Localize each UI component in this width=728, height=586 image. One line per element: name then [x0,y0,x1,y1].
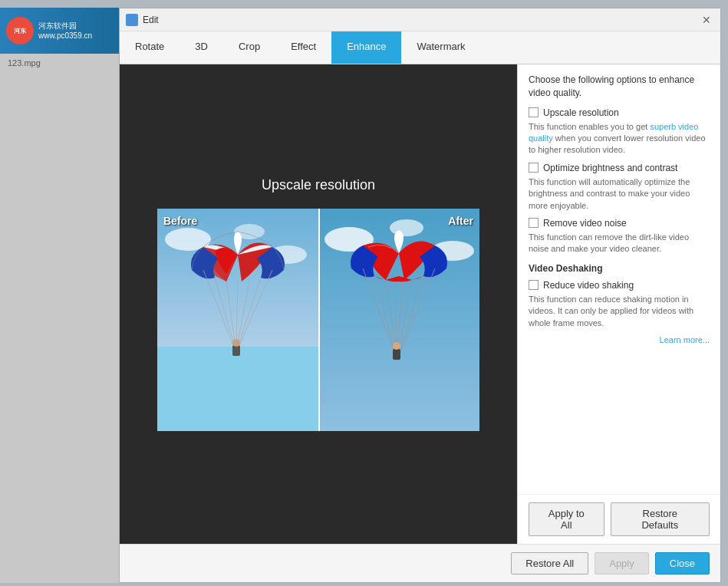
preview-after: After [318,209,479,431]
options-panel: Choose the following options to enhance … [517,64,720,544]
tab-rotate[interactable]: Rotate [120,31,180,64]
close-button[interactable]: Close [655,552,710,574]
svg-point-13 [232,339,240,347]
apply-to-all-button[interactable]: Apply to All [529,502,604,536]
main-dialog: Edit ✕ Rotate 3D Crop Effect Enhance Wat… [119,8,721,583]
after-image [318,209,479,431]
upscale-highlight: superb video quality [529,122,698,143]
tab-crop[interactable]: Crop [223,31,275,64]
brand-logo: 河东 [6,17,34,44]
before-image [157,209,318,431]
brand-url: www.pc0359.cn [38,31,92,41]
shaking-checkbox[interactable] [529,280,539,290]
brightness-label[interactable]: Optimize brightness and contrast [543,163,677,173]
noise-row: Remove video noise [529,218,710,229]
left-sidebar: 河东 河东软件园 www.pc0359.cn 123.mpg [0,8,119,583]
brightness-checkbox[interactable] [529,163,539,173]
title-bar-left: Edit [126,14,159,26]
noise-desc: This function can remove the dirt-like v… [529,232,710,255]
noise-label[interactable]: Remove video noise [543,218,627,229]
brand-text: 河东软件园 www.pc0359.cn [38,21,92,41]
shaking-desc: This function can reduce shaking motion … [529,294,710,329]
preview-title: Upscale resolution [262,177,375,193]
options-content: Choose the following options to enhance … [518,64,720,494]
deshaking-section-header: Video Deshaking [529,263,710,274]
svg-point-27 [393,342,400,350]
preview-images-container: Before [157,209,479,431]
before-label: Before [163,215,197,227]
bottom-bar: Restore All Apply Close [120,544,720,582]
options-intro: Choose the following options to enhance … [529,74,710,100]
tab-bar: Rotate 3D Crop Effect Enhance Watermark [120,31,720,64]
close-title-button[interactable]: ✕ [699,12,714,28]
after-label: After [448,215,473,227]
brightness-desc: This function will automatically optimiz… [529,176,710,212]
brand-name: 河东软件园 [38,21,92,31]
upscale-row: Upscale resolution [529,107,710,118]
restore-defaults-button[interactable]: Restore Defaults [611,502,710,536]
restore-all-button[interactable]: Restore All [511,552,588,574]
shaking-row: Reduce video shaking [529,280,710,291]
sidebar-file-label: 123.mpg [0,54,119,72]
svg-rect-26 [393,349,400,360]
options-footer: Apply to All Restore Defaults [518,494,720,544]
brightness-row: Optimize brightness and contrast [529,163,710,173]
preview-panel: Upscale resolution Before [120,64,517,544]
preview-divider [318,209,320,431]
upscale-checkbox[interactable] [529,107,539,117]
content-area: Upscale resolution Before [120,64,720,544]
tab-enhance[interactable]: Enhance [331,31,401,64]
tab-effect[interactable]: Effect [275,31,331,64]
brand-header: 河东 河东软件园 www.pc0359.cn [0,8,119,54]
shaking-label[interactable]: Reduce video shaking [543,280,634,291]
apply-button[interactable]: Apply [595,552,649,574]
dialog-title: Edit [143,15,159,25]
svg-rect-12 [232,345,240,356]
upscale-label[interactable]: Upscale resolution [543,107,619,118]
svg-point-17 [390,219,423,236]
preview-before: Before [157,209,318,431]
title-bar: Edit ✕ [120,8,720,31]
tab-watermark[interactable]: Watermark [401,31,480,64]
noise-checkbox[interactable] [529,218,539,228]
upscale-desc: This function enables you to get superb … [529,121,710,156]
learn-more-link[interactable]: Learn more... [529,335,710,344]
app-icon [126,14,138,26]
tab-3d[interactable]: 3D [180,31,223,64]
